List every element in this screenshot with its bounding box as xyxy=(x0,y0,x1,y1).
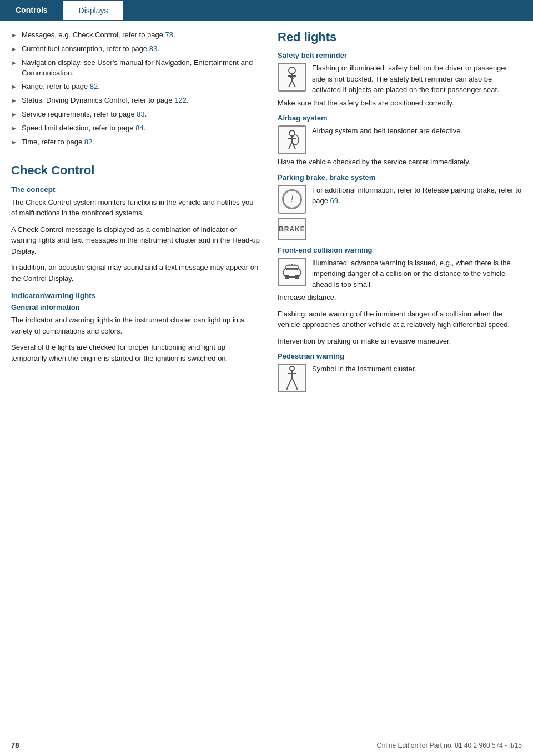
top-navigation: Controls Displays xyxy=(0,0,533,20)
list-item-text: Messages, e.g. Check Control, refer to p… xyxy=(22,30,175,41)
pedestrian-icon xyxy=(278,364,306,392)
list-item-text: Speed limit detection, refer to page 84. xyxy=(22,123,145,134)
page-link[interactable]: 83 xyxy=(149,44,157,53)
parking-circle-label: ! xyxy=(291,194,293,204)
indicator-warning-subtitle: Indicator/warning lights xyxy=(11,291,261,300)
main-content: ► Messages, e.g. Check Control, refer to… xyxy=(0,20,533,428)
svg-point-0 xyxy=(289,67,295,74)
svg-line-3 xyxy=(289,80,292,87)
left-column: ► Messages, e.g. Check Control, refer to… xyxy=(11,30,261,395)
safety-belt-text1: Flashing or illuminated: safety belt on … xyxy=(312,63,522,95)
bullet-arrow: ► xyxy=(11,45,17,54)
front-collision-text4: Intervention by braking or make an evasi… xyxy=(278,336,522,347)
airbag-subtitle: Airbag system xyxy=(278,114,522,122)
page-number: 78 xyxy=(11,741,19,749)
page-link[interactable]: 84 xyxy=(135,124,143,132)
bullet-arrow: ► xyxy=(11,110,17,119)
pedestrian-block: Symbol in the instrument cluster. xyxy=(278,364,522,392)
pedestrian-text: Symbol in the instrument cluster. xyxy=(312,364,416,375)
airbag-block: Airbag system and belt tensioner are def… xyxy=(278,125,522,154)
front-collision-text1: Illuminated: advance warning is issued, … xyxy=(312,258,522,290)
feature-list: ► Messages, e.g. Check Control, refer to… xyxy=(11,30,261,148)
page-link[interactable]: 78 xyxy=(165,31,173,39)
bullet-arrow: ► xyxy=(11,97,17,105)
parking-brake-link[interactable]: 69 xyxy=(330,196,338,205)
list-item: ► Current fuel consumption, refer to pag… xyxy=(11,44,261,54)
bullet-arrow: ► xyxy=(11,138,17,147)
svg-line-24 xyxy=(296,386,298,390)
list-item-text: Navigation display, see User's manual fo… xyxy=(22,58,261,79)
the-concept-body1: The Check Control system monitors functi… xyxy=(11,197,261,219)
safety-belt-icon xyxy=(278,63,306,92)
page-link[interactable]: 83 xyxy=(137,110,144,118)
safety-belt-subtitle: Safety belt reminder xyxy=(278,51,522,59)
list-item: ► Speed limit detection, refer to page 8… xyxy=(11,123,261,134)
brake-label-block: BRAKE xyxy=(278,218,522,240)
footer: 78 Online Edition for Part no. 01 40 2 9… xyxy=(0,734,533,756)
parking-brake-text: For additional information, refer to Rel… xyxy=(312,185,522,206)
page-link[interactable]: 122 xyxy=(174,96,187,104)
svg-point-18 xyxy=(290,366,294,371)
red-lights-title: Red lights xyxy=(278,30,522,44)
airbag-text2: Have the vehicle checked by the service … xyxy=(278,157,522,168)
brake-label-icon: BRAKE xyxy=(278,218,306,240)
airbag-icon xyxy=(278,125,306,154)
list-item: ► Time, refer to page 82. xyxy=(11,137,261,148)
front-collision-subtitle: Front-end collision warning xyxy=(278,246,522,254)
list-item: ► Navigation display, see User's manual … xyxy=(11,58,261,79)
list-item-text: Range, refer to page 82. xyxy=(22,82,100,92)
general-info-body1: The indicator and warning lights in the … xyxy=(11,315,261,336)
right-column: Red lights Safety belt reminder Flashing… xyxy=(278,30,522,395)
bullet-arrow: ► xyxy=(11,59,17,68)
list-item-text: Status, Driving Dynamics Control, refer … xyxy=(22,95,189,106)
general-information-subtitle: General information xyxy=(11,303,261,311)
svg-line-22 xyxy=(292,378,296,386)
list-item-text: Time, refer to page 82. xyxy=(22,137,94,148)
the-concept-body2: A Check Control message is displayed as … xyxy=(11,224,261,257)
check-control-title: Check Control xyxy=(11,163,261,178)
list-item: ► Service requirements, refer to page 83… xyxy=(11,109,261,120)
page-link[interactable]: 82 xyxy=(84,138,92,146)
nav-underline xyxy=(0,20,533,21)
svg-line-8 xyxy=(289,142,292,149)
tab-controls[interactable]: Controls xyxy=(0,0,63,20)
pedestrian-subtitle: Pedestrian warning xyxy=(278,352,522,360)
bullet-arrow: ► xyxy=(11,124,17,133)
svg-line-23 xyxy=(286,386,288,390)
bullet-arrow: ► xyxy=(11,31,17,40)
the-concept-body3: In addition, an acoustic signal may soun… xyxy=(11,262,261,284)
parking-brake-subtitle: Parking brake, brake system xyxy=(278,173,522,182)
front-collision-icon xyxy=(278,258,306,286)
front-collision-text3: Flashing: acute warning of the imminent … xyxy=(278,309,522,330)
list-item: ► Messages, e.g. Check Control, refer to… xyxy=(11,30,261,41)
front-collision-block: Illuminated: advance warning is issued, … xyxy=(278,258,522,290)
airbag-text-block: Airbag system and belt tensioner are def… xyxy=(312,125,462,137)
parking-brake-block: ! For additional information, refer to R… xyxy=(278,185,522,214)
page-link[interactable]: 82 xyxy=(90,82,98,90)
airbag-text1: Airbag system and belt tensioner are def… xyxy=(312,125,462,137)
svg-line-4 xyxy=(292,80,295,87)
safety-belt-text2: Make sure that the safety belts are posi… xyxy=(278,98,522,109)
front-collision-text2: Increase distance. xyxy=(278,292,522,303)
the-concept-subtitle: The concept xyxy=(11,185,261,194)
list-item-text: Service requirements, refer to page 83. xyxy=(22,109,147,120)
parking-circle-icon: ! xyxy=(282,189,302,209)
svg-line-21 xyxy=(288,378,292,386)
general-info-body2: Several of the lights are checked for pr… xyxy=(11,342,261,364)
safety-belt-block: Flashing or illuminated: safety belt on … xyxy=(278,63,522,95)
list-item: ► Range, refer to page 82. xyxy=(11,82,261,92)
tab-displays[interactable]: Displays xyxy=(63,0,124,20)
list-item: ► Status, Driving Dynamics Control, refe… xyxy=(11,95,261,106)
bullet-arrow: ► xyxy=(11,83,17,92)
list-item-text: Current fuel consumption, refer to page … xyxy=(22,44,159,54)
footer-text: Online Edition for Part no. 01 40 2 960 … xyxy=(376,742,522,749)
parking-brake-icon: ! xyxy=(278,185,306,214)
svg-point-10 xyxy=(292,135,299,145)
